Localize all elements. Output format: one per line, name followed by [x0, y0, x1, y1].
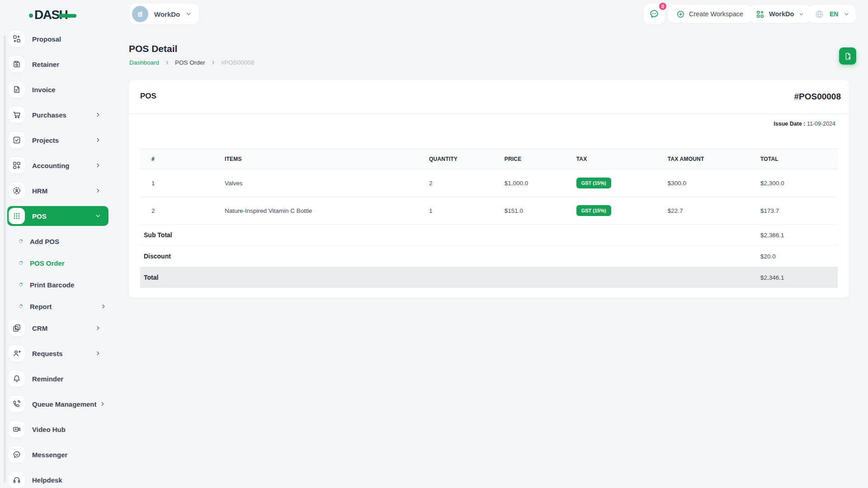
sidebar-item-label: Retainer [32, 61, 101, 68]
crm-icon [9, 320, 25, 336]
submenu-bullet-icon [18, 239, 24, 244]
pos-number: #POS00008 [794, 92, 841, 102]
cell-index: 1 [140, 169, 221, 197]
pos-card-header: POS #POS00008 [129, 80, 849, 114]
cell-quantity: 2 [425, 169, 501, 197]
chevron-right-icon [99, 401, 106, 407]
pos-icon [9, 208, 25, 224]
column-header: TOTAL [757, 149, 838, 169]
sidebar-item-label: Video Hub [32, 426, 101, 433]
sidebar-item-helpdesk[interactable]: Helpdesk [7, 470, 108, 488]
accounting-icon [9, 157, 25, 174]
breadcrumb-item-dashboard[interactable]: Dashboard [129, 59, 159, 66]
chevron-right-icon [100, 303, 107, 310]
sidebar-item-label: Accounting [32, 162, 92, 169]
page-title: POS Detail [129, 43, 177, 54]
workspace-menu-label: WorkDo [769, 10, 794, 18]
column-header: QUANTITY [425, 149, 501, 169]
summary-value: $2,346.1 [757, 267, 838, 288]
sidebar-item-add-pos[interactable]: Add POS [7, 231, 108, 251]
sidebar-item-projects[interactable]: Projects [7, 130, 108, 150]
pos-detail-card: POS #POS00008 Issue Date : 11-09-2024 #I… [129, 80, 849, 298]
tax-badge: GST (15%) [576, 178, 611, 188]
cell-total: $173.7 [757, 197, 838, 225]
grid-plus-icon [756, 10, 764, 19]
cell-price: $1,000.0 [501, 169, 573, 197]
sidebar-item-print-barcode[interactable]: Print Barcode [7, 275, 108, 295]
sidebar-item-label: Proposal [32, 35, 101, 43]
sidebar-item-label: Add POS [30, 238, 108, 245]
retainer-icon [9, 56, 25, 72]
sidebar-item-retainer[interactable]: Retainer [7, 54, 108, 74]
sidebar-item-accounting[interactable]: Accounting [7, 155, 108, 175]
create-workspace-label: Create Workspace [689, 10, 743, 18]
chevron-right-icon [95, 112, 101, 118]
sidebar-item-report[interactable]: Report [7, 296, 108, 316]
sidebar-item-queue-management[interactable]: Queue Management [7, 394, 108, 414]
create-workspace-button[interactable]: Create Workspace [668, 5, 751, 23]
sidebar-item-invoice[interactable]: Invoice [7, 80, 108, 99]
cell-tax: GST (15%) [573, 169, 664, 197]
sidebar-item-label: Projects [32, 136, 92, 144]
messages-button[interactable]: 0 [644, 4, 665, 24]
submenu-bullet-icon [18, 282, 24, 287]
chevron-down-icon [95, 213, 101, 219]
hrm-icon [9, 183, 25, 199]
sidebar-item-label: Helpdesk [32, 476, 101, 484]
pos-items-table-wrap: #ITEMSQUANTITYPRICETAXTAX AMOUNTTOTAL 1V… [129, 127, 849, 288]
helpdesk-icon [9, 472, 25, 488]
sidebar-scrollbar[interactable] [4, 35, 6, 483]
sidebar-nav: ProposalRetainerInvoicePurchasesProjects… [7, 29, 108, 488]
summary-value: $20.0 [757, 246, 838, 267]
reminder-icon [9, 371, 25, 387]
summary-label: Sub Total [140, 225, 757, 246]
breadcrumb-separator-icon [165, 60, 170, 65]
cell-item: Valves [221, 169, 425, 197]
workspace-name: WorkDo [154, 10, 180, 18]
sidebar-item-hrm[interactable]: HRM [7, 181, 108, 201]
globe-icon [815, 9, 824, 19]
chevron-right-icon [95, 188, 101, 194]
breadcrumb-item-parent[interactable]: POS Order [175, 59, 205, 66]
summary-row-total: Total$2,346.1 [140, 267, 838, 288]
chevron-down-icon [798, 11, 804, 17]
sidebar-item-label: HRM [32, 187, 92, 195]
workspace-selector[interactable]: WorkDo [130, 4, 199, 24]
chevron-down-icon [844, 11, 849, 17]
app-logo[interactable]: DASH [29, 7, 76, 23]
sidebar-item-label: Messenger [32, 451, 101, 459]
sidebar-item-video-hub[interactable]: Video Hub [7, 419, 108, 439]
export-pos-button[interactable] [839, 47, 856, 65]
cell-tax: GST (15%) [573, 197, 664, 225]
sidebar-item-pos[interactable]: POS [7, 206, 108, 226]
summary-row-discount: Discount$20.0 [140, 246, 838, 267]
sidebar-item-proposal[interactable]: Proposal [7, 29, 108, 49]
sidebar-item-pos-order[interactable]: POS Order [7, 253, 108, 273]
chevron-right-icon [95, 162, 101, 169]
submenu-bullet-icon [18, 304, 24, 309]
projects-icon [9, 132, 25, 148]
cell-tax-amount: $22.7 [664, 197, 757, 225]
submenu-bullet-icon [18, 260, 24, 266]
sidebar-item-crm[interactable]: CRM [7, 318, 108, 338]
sidebar-item-label: Requests [32, 350, 92, 357]
language-selector[interactable]: EN [808, 5, 856, 23]
sidebar-item-purchases[interactable]: Purchases [7, 105, 108, 125]
pos-items-table: #ITEMSQUANTITYPRICETAXTAX AMOUNTTOTAL 1V… [140, 149, 838, 288]
messages-count-badge: 0 [658, 1, 668, 11]
sidebar-item-label: Queue Management [32, 400, 97, 408]
table-header-row: #ITEMSQUANTITYPRICETAXTAX AMOUNTTOTAL [140, 149, 838, 169]
sidebar-item-requests[interactable]: Requests [7, 343, 108, 363]
cell-tax-amount: $300.0 [664, 169, 757, 197]
breadcrumb-separator-icon [211, 60, 216, 65]
workspace-menu-button[interactable]: WorkDo [750, 5, 811, 23]
sidebar-item-reminder[interactable]: Reminder [7, 369, 108, 389]
chat-bubble-icon [649, 9, 660, 19]
queue-management-icon [9, 396, 25, 412]
table-row: 2Nature-Inspired Vitamin C Bottle1$151.0… [140, 197, 838, 225]
requests-icon [9, 345, 25, 361]
summary-value: $2,366.1 [757, 225, 838, 246]
sidebar-item-messenger[interactable]: Messenger [7, 445, 108, 465]
sidebar-item-label: Purchases [32, 111, 92, 119]
chevron-down-icon [185, 11, 192, 17]
